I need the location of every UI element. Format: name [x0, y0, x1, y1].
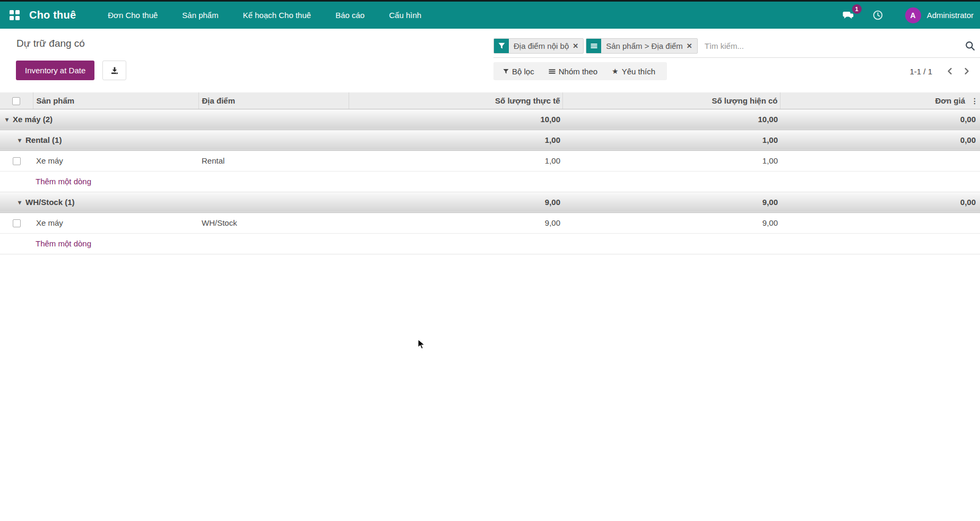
column-header-product[interactable]: Sản phẩm — [33, 92, 198, 109]
main-navbar: Cho thuê Đơn Cho thuêSản phẩmKế hoạch Ch… — [0, 2, 980, 29]
select-all-checkbox[interactable] — [12, 97, 20, 105]
user-menu[interactable]: A Administrator — [905, 7, 974, 23]
control-panel: Dự trữ đang có Inventory at Date Địa điể… — [0, 29, 980, 92]
page-title: Dự trữ đang có — [16, 38, 126, 49]
clock-icon — [873, 10, 883, 20]
table-row[interactable]: Xe máyWH/Stock9,009,00 — [0, 212, 980, 233]
group-by-button[interactable]: Nhóm theo — [549, 67, 597, 76]
menu-item-5[interactable]: Cấu hình — [388, 7, 422, 23]
group-unit-price: 0,00 — [780, 109, 980, 130]
group-label: Xe máy (2) — [13, 115, 53, 124]
menu-item-2[interactable]: Sản phẩm — [181, 7, 219, 23]
group-by-icon — [586, 39, 601, 53]
filters-button-label: Bộ lọc — [512, 67, 534, 76]
control-panel-buttons: Inventory at Date — [16, 61, 126, 80]
inventory-at-date-button[interactable]: Inventory at Date — [16, 61, 94, 80]
table-header-row: Sản phẩm Địa điểm Số lượng thực tế Số lư… — [0, 92, 980, 109]
search-options-row: Bộ lọc Nhóm theo ★ Yêu thích 1-1 / 1 — [493, 62, 980, 80]
search-facet-1: Địa điểm nội bộ✕ — [493, 38, 584, 54]
column-header-qty-on-hand[interactable]: Số lượng hiện có — [562, 92, 780, 109]
favorites-button-label: Yêu thích — [622, 67, 655, 76]
cell-location[interactable]: WH/Stock — [198, 212, 349, 233]
navbar-right: 1 A Administrator — [839, 7, 974, 23]
optional-columns-toggle[interactable]: ⋮ — [969, 92, 980, 109]
search-facets: Địa điểm nội bộ✕Sản phẩm > Địa điểm✕ — [493, 38, 700, 54]
select-all-checkbox-cell[interactable] — [0, 92, 33, 109]
group-row[interactable]: ▾Rental (1)1,001,000,00 — [0, 130, 980, 150]
group-qty-real: 1,00 — [349, 130, 562, 150]
search-facet-2: Sản phẩm > Địa điểm✕ — [586, 38, 698, 54]
pager-previous-button[interactable] — [942, 66, 958, 76]
avatar: A — [905, 7, 921, 23]
app-name[interactable]: Cho thuê — [29, 9, 76, 21]
cell-unit-price[interactable] — [780, 212, 980, 233]
activities-button[interactable] — [870, 7, 886, 23]
add-line-link[interactable]: Thêm một dòng — [36, 239, 91, 248]
apps-grid-icon — [10, 10, 20, 20]
group-unit-price: 0,00 — [780, 192, 980, 212]
cell-unit-price[interactable] — [780, 150, 980, 171]
group-row[interactable]: ▾Xe máy (2)10,0010,000,00 — [0, 109, 980, 130]
vertical-dots-icon: ⋮ — [971, 97, 978, 105]
column-header-location[interactable]: Địa điểm — [198, 92, 349, 109]
group-qty-on-hand: 10,00 — [562, 109, 780, 130]
star-icon: ★ — [612, 67, 619, 75]
download-icon — [110, 66, 119, 75]
chevron-left-icon — [946, 67, 954, 75]
cell-location[interactable]: Rental — [198, 150, 349, 171]
chevron-right-icon — [962, 67, 970, 75]
column-header-qty-real[interactable]: Số lượng thực tế — [349, 92, 562, 109]
group-qty-real: 10,00 — [349, 109, 562, 130]
group-label: Rental (1) — [25, 135, 62, 144]
table-row[interactable]: Xe máyRental1,001,00 — [0, 150, 980, 171]
caret-down-icon: ▾ — [18, 199, 21, 206]
menu-item-3[interactable]: Kế hoạch Cho thuê — [242, 7, 312, 23]
cell-product[interactable]: Xe máy — [33, 150, 198, 171]
caret-down-icon: ▾ — [5, 116, 8, 123]
group-qty-on-hand: 9,00 — [562, 192, 780, 212]
search-icon[interactable] — [965, 41, 975, 51]
cell-qty-on-hand[interactable]: 1,00 — [562, 150, 780, 171]
export-download-button[interactable] — [102, 61, 126, 80]
filter-funnel-icon — [503, 69, 509, 74]
menu-item-1[interactable]: Đơn Cho thuê — [107, 7, 159, 23]
cell-qty-real[interactable]: 9,00 — [349, 212, 562, 233]
search-input[interactable] — [700, 38, 980, 54]
navbar-left: Cho thuê Đơn Cho thuêSản phẩmKế hoạch Ch… — [7, 7, 422, 23]
search-options-toolbar: Bộ lọc Nhóm theo ★ Yêu thích — [493, 62, 667, 80]
menu-item-4[interactable]: Báo cáo — [334, 7, 366, 23]
add-line-row: Thêm một dòng — [0, 171, 980, 192]
group-label: WH/Stock (1) — [25, 198, 75, 207]
pager-next-button[interactable] — [958, 66, 975, 76]
apps-menu-button[interactable] — [7, 8, 22, 22]
facet-remove-icon[interactable]: ✕ — [573, 39, 583, 53]
group-qty-on-hand: 1,00 — [562, 130, 780, 150]
search-facet-label: Địa điểm nội bộ — [509, 39, 573, 53]
messages-button[interactable]: 1 — [839, 8, 857, 23]
pager: 1-1 / 1 — [909, 66, 975, 76]
row-checkbox[interactable] — [13, 157, 21, 165]
add-line-link[interactable]: Thêm một dòng — [36, 177, 91, 186]
cell-qty-on-hand[interactable]: 9,00 — [562, 212, 780, 233]
user-name: Administrator — [927, 11, 974, 20]
group-qty-real: 9,00 — [349, 192, 562, 212]
add-line-row: Thêm một dòng — [0, 233, 980, 254]
pager-counter: 1-1 / 1 — [909, 67, 932, 76]
messages-counter-badge: 1 — [852, 4, 862, 14]
group-unit-price: 0,00 — [780, 130, 980, 150]
row-checkbox[interactable] — [13, 219, 21, 227]
favorites-button[interactable]: ★ Yêu thích — [612, 67, 655, 76]
facet-remove-icon[interactable]: ✕ — [687, 39, 697, 53]
group-row[interactable]: ▾WH/Stock (1)9,009,000,00 — [0, 192, 980, 212]
cell-qty-real[interactable]: 1,00 — [349, 150, 562, 171]
caret-down-icon: ▾ — [18, 136, 21, 144]
mouse-cursor — [418, 339, 428, 353]
cell-product[interactable]: Xe máy — [33, 212, 198, 233]
comments-icon — [843, 11, 854, 20]
filters-button[interactable]: Bộ lọc — [503, 67, 534, 76]
search-bar: Địa điểm nội bộ✕Sản phẩm > Địa điểm✕ — [493, 36, 980, 58]
search-facet-label: Sản phẩm > Địa điểm — [601, 39, 687, 53]
main-menu: Đơn Cho thuêSản phẩmKế hoạch Cho thuêBáo… — [107, 7, 422, 23]
column-header-unit-price[interactable]: Đơn giá — [780, 92, 969, 109]
list-view-table: Sản phẩm Địa điểm Số lượng thực tế Số lư… — [0, 92, 980, 254]
